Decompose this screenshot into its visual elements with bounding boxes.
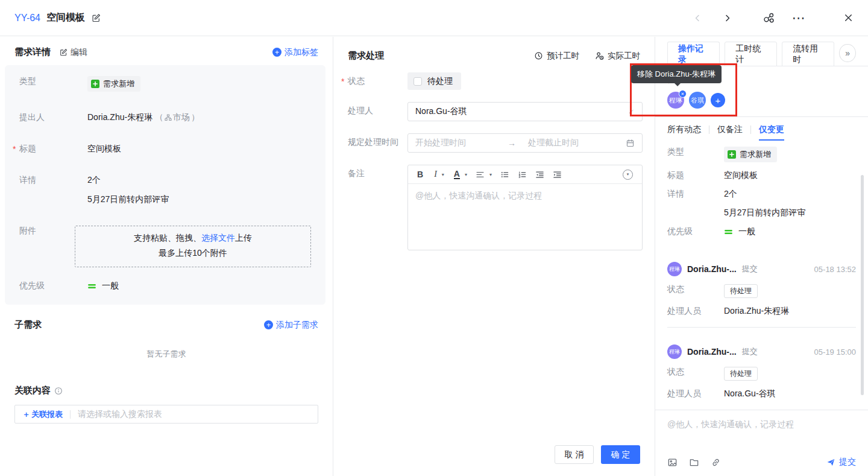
insert-image-icon[interactable] bbox=[667, 457, 678, 468]
attach-file-icon[interactable] bbox=[689, 457, 699, 468]
prev-item-icon[interactable] bbox=[691, 11, 704, 25]
confirm-button[interactable]: 确 定 bbox=[601, 445, 640, 464]
issue-title: 空间模板 bbox=[46, 11, 85, 24]
add-tag-button[interactable]: + 添加标签 bbox=[272, 47, 318, 58]
remark-placeholder[interactable]: @他人，快速沟通确认，记录过程 bbox=[408, 184, 642, 208]
italic-icon[interactable]: I bbox=[434, 170, 437, 179]
activity-user[interactable]: Doria.Zhu-... bbox=[687, 264, 737, 274]
scrollbar-thumb[interactable] bbox=[861, 175, 864, 395]
avatar-gu-qi[interactable]: 谷琪 bbox=[689, 92, 706, 109]
detail-section-header: 需求详情 编辑 + 添加标签 bbox=[14, 46, 318, 58]
priority-value: 一般 bbox=[87, 281, 311, 291]
activity-entry: 程琳 Doria.Zhu-... 提交 05-18 13:52 状态 待处理 处… bbox=[655, 245, 868, 317]
estimated-hours-button[interactable]: 预计工时 bbox=[534, 51, 579, 62]
assignee-value: Nora.Gu-谷琪 bbox=[415, 106, 467, 117]
close-icon[interactable] bbox=[841, 11, 855, 25]
insert-link-icon[interactable] bbox=[711, 457, 721, 468]
link-report-button[interactable]: ＋ 关联报表 bbox=[22, 409, 63, 420]
outdent-icon[interactable] bbox=[535, 170, 544, 179]
filter-comments-only[interactable]: 仅备注 bbox=[717, 124, 743, 139]
more-tools-icon[interactable]: ▾ bbox=[623, 170, 633, 180]
activity-header: 程琳 Doria.Zhu-... 提交 05-19 15:00 bbox=[667, 344, 856, 359]
sub-requirements-header: 子需求 + 添加子需求 bbox=[14, 319, 318, 331]
color-caret-icon[interactable]: ▾ bbox=[465, 172, 467, 177]
remark-editor[interactable]: B I ▾ A ▾ ▾ bbox=[407, 165, 643, 250]
edit-title-icon[interactable] bbox=[91, 13, 101, 23]
tab-flow-time[interactable]: 流转用时 bbox=[782, 42, 834, 66]
next-item-icon[interactable] bbox=[721, 11, 734, 25]
expand-tabs-icon[interactable]: » bbox=[839, 44, 856, 62]
field-type: 类型 需求新增 bbox=[19, 76, 311, 92]
field-reporter: 提出人 Doria.Zhu-朱程琳 （ 市场 ） bbox=[19, 112, 311, 123]
avatar[interactable]: 程琳 bbox=[667, 344, 682, 359]
title-value: 空间模板 bbox=[724, 170, 856, 181]
related-content-header: 关联内容 bbox=[14, 385, 318, 396]
ordered-list-icon[interactable] bbox=[518, 170, 527, 179]
avatar[interactable]: 程琳 bbox=[667, 262, 682, 276]
issue-id-link[interactable]: YY-64 bbox=[14, 13, 40, 24]
window-actions: ⋯ bbox=[691, 11, 855, 25]
activity-timestamp: 05-18 13:52 bbox=[814, 265, 856, 274]
remove-participant-icon[interactable]: ✕ bbox=[679, 90, 687, 98]
end-time-placeholder: 处理截止时间 bbox=[528, 138, 626, 148]
assignee-input[interactable]: Nora.Gu-谷琪 ✓ bbox=[407, 102, 643, 121]
related-report-input[interactable]: ＋ 关联报表 请选择或输入搜索报表 bbox=[14, 405, 318, 424]
change-summary-fields: 类型 需求新增 标题 空间模板 详情 2个 bbox=[655, 141, 868, 237]
window-titlebar: YY-64 空间模板 ⋯ bbox=[0, 0, 868, 36]
priority-label: 优先级 bbox=[667, 226, 724, 237]
time-range-input[interactable]: 开始处理时间 → 处理截止时间 bbox=[407, 133, 643, 153]
filter-changes-only[interactable]: 仅变更 bbox=[759, 124, 784, 141]
font-color-icon[interactable]: A bbox=[454, 170, 460, 180]
plus-circle-icon: + bbox=[264, 320, 273, 329]
status-select[interactable]: 待处理 bbox=[407, 72, 461, 90]
activity-assignee-row: 处理人员 Nora.Gu-谷琪 bbox=[667, 389, 856, 399]
priority-text: 一般 bbox=[102, 281, 119, 291]
add-participant-button[interactable]: + bbox=[711, 93, 725, 107]
bold-icon[interactable]: B bbox=[417, 170, 423, 179]
field-title: * 标题 空间模板 bbox=[19, 144, 311, 154]
style-caret-icon[interactable]: ▾ bbox=[442, 172, 444, 177]
bullet-list-icon[interactable] bbox=[500, 170, 509, 179]
title-label: * 标题 bbox=[19, 144, 87, 154]
status-checkbox[interactable] bbox=[414, 77, 422, 86]
priority-normal-icon bbox=[724, 227, 733, 236]
tab-hours-stats[interactable]: 工时统计 bbox=[725, 42, 777, 66]
priority-label: 优先级 bbox=[19, 281, 87, 291]
activity-user[interactable]: Doria.Zhu-... bbox=[687, 347, 737, 357]
share-icon[interactable] bbox=[762, 11, 775, 25]
content-columns: 需求详情 编辑 + 添加标签 类型 需求新增 bbox=[0, 37, 868, 476]
attachment-hint: 支持粘贴、拖拽、选择文件上传 bbox=[75, 233, 310, 244]
field-detail: 详情 2个 5月27日前转内部评审 bbox=[19, 175, 311, 205]
align-icon[interactable] bbox=[476, 170, 485, 179]
submit-comment-button[interactable]: 提交 bbox=[826, 457, 856, 468]
cancel-button[interactable]: 取 消 bbox=[555, 445, 594, 464]
field-attachment: 附件 支持粘贴、拖拽、选择文件上传 最多上传10个附件 bbox=[19, 226, 311, 267]
paren-open: （ bbox=[155, 112, 163, 123]
actual-hours-label: 实际工时 bbox=[608, 51, 640, 62]
choose-file-link[interactable]: 选择文件 bbox=[201, 233, 235, 243]
field-type: 类型 需求新增 bbox=[667, 147, 856, 162]
paper-plane-icon bbox=[826, 458, 835, 467]
status-label: * 状态 bbox=[348, 72, 407, 90]
more-actions-icon[interactable]: ⋯ bbox=[792, 11, 805, 25]
activity-filters: 所有动态 仅备注 仅变更 bbox=[655, 117, 868, 141]
requirement-process-panel: 需求处理 预计工时 实际工时 * 状态 bbox=[333, 37, 655, 476]
detail-line-1: 2个 bbox=[87, 175, 311, 186]
participants-avatars: 程琳 ✕ 谷琪 + bbox=[667, 92, 856, 109]
attachment-dropzone[interactable]: 支持粘贴、拖拽、选择文件上传 最多上传10个附件 bbox=[75, 226, 311, 267]
indent-icon[interactable] bbox=[553, 170, 562, 179]
edit-detail-button[interactable]: 编辑 bbox=[59, 47, 87, 58]
filter-all[interactable]: 所有动态 bbox=[667, 124, 701, 139]
filter-divider bbox=[750, 125, 751, 134]
info-icon bbox=[54, 387, 63, 395]
avatar-zhu-chenglin[interactable]: 程琳 ✕ bbox=[667, 92, 684, 109]
tab-operation-log[interactable]: 操作记录 bbox=[667, 42, 720, 66]
field-remark: 备注 B I ▾ A ▾ bbox=[348, 165, 655, 250]
comment-input[interactable]: @他人，快速沟通确认，记录过程 bbox=[667, 419, 856, 430]
align-caret-icon[interactable]: ▾ bbox=[489, 172, 492, 177]
assignee-label: 处理人 bbox=[348, 102, 407, 121]
add-sub-requirement-button[interactable]: + 添加子需求 bbox=[264, 320, 318, 331]
attachment-limit-hint: 最多上传10个附件 bbox=[75, 248, 310, 259]
actual-hours-button[interactable]: 实际工时 bbox=[595, 51, 640, 62]
filter-divider bbox=[709, 125, 709, 134]
